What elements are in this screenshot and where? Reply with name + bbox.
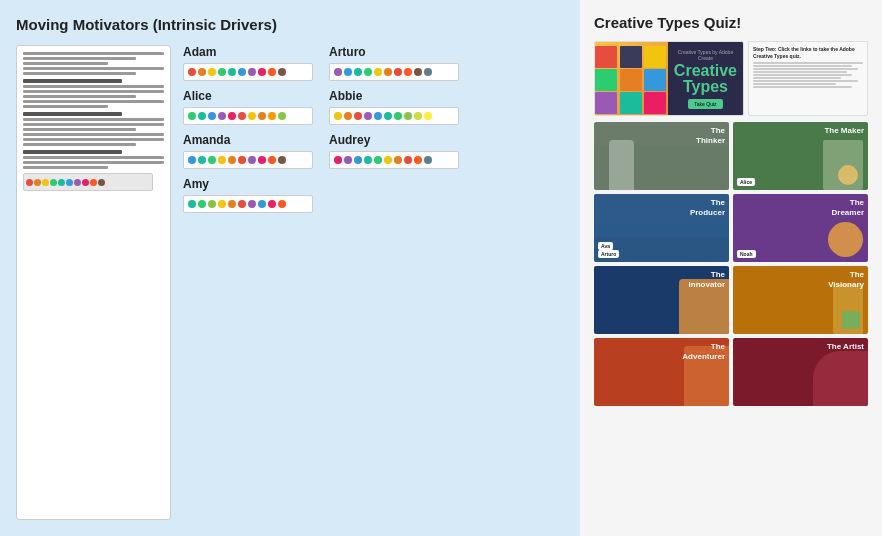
slide-visionary[interactable]: TheVisionary <box>733 266 868 334</box>
slides-container: Creative Types by Adobe Create CreativeT… <box>594 41 868 406</box>
slide-artist[interactable]: The Artist <box>733 338 868 406</box>
creative-byline: Creative Types by Adobe Create <box>674 49 737 61</box>
arturo-strip <box>329 63 459 81</box>
doc-thumbnail <box>16 45 171 520</box>
producer-label: TheProducer <box>690 198 725 217</box>
left-panel: Moving Motivators (Intrinsic Drivers) <box>0 0 580 536</box>
adam-label: Adam <box>183 45 313 59</box>
adventurer-label: TheAdventurer <box>682 342 725 361</box>
person-amy: Amy <box>183 177 313 213</box>
names-row-1: Adam Arturo <box>183 45 564 81</box>
slide-dreamer[interactable]: TheDreamer Noah <box>733 194 868 262</box>
dreamer-label: TheDreamer <box>832 198 864 217</box>
amanda-strip <box>183 151 313 169</box>
person-abbie: Abbie <box>329 89 459 125</box>
person-arturo: Arturo <box>329 45 459 81</box>
maker-label: The Maker <box>824 126 864 136</box>
slide-producer[interactable]: TheProducer Ava Arturo <box>594 194 729 262</box>
creative-big-text: CreativeTypes <box>674 63 737 95</box>
arturo-label: Arturo <box>329 45 459 59</box>
right-panel: Creative Types Quiz! <box>580 0 882 536</box>
abbie-label: Abbie <box>329 89 459 103</box>
visionary-label: TheVisionary <box>828 270 864 289</box>
slide-header[interactable]: Creative Types by Adobe Create CreativeT… <box>594 41 744 116</box>
arturo-badge: Arturo <box>598 250 619 258</box>
slide-adventurer[interactable]: TheAdventurer <box>594 338 729 406</box>
person-audrey: Audrey <box>329 133 459 169</box>
slide-maker[interactable]: The Maker Alice <box>733 122 868 190</box>
left-content: Adam Arturo <box>16 45 564 520</box>
abbie-strip <box>329 107 459 125</box>
take-quiz-button[interactable]: Take Quiz <box>688 99 722 109</box>
artist-label: The Artist <box>827 342 864 352</box>
noah-badge: Noah <box>737 250 756 258</box>
audrey-label: Audrey <box>329 133 459 147</box>
left-panel-title: Moving Motivators (Intrinsic Drivers) <box>16 16 564 33</box>
alice-label: Alice <box>183 89 313 103</box>
ava-badge: Ava <box>598 242 613 250</box>
slide-info: Step Two: Click the links to take the Ad… <box>748 41 868 116</box>
amanda-label: Amanda <box>183 133 313 147</box>
alice-badge: Alice <box>737 178 755 186</box>
person-adam: Adam <box>183 45 313 81</box>
right-panel-title: Creative Types Quiz! <box>594 14 868 31</box>
slide-thinker[interactable]: TheThinker <box>594 122 729 190</box>
person-alice: Alice <box>183 89 313 125</box>
adam-strip <box>183 63 313 81</box>
audrey-strip <box>329 151 459 169</box>
person-amanda: Amanda <box>183 133 313 169</box>
alice-strip <box>183 107 313 125</box>
thinker-label: TheThinker <box>696 126 725 145</box>
names-row-2: Alice Abbie <box>183 89 564 125</box>
names-grid: Adam Arturo <box>183 45 564 520</box>
amy-strip <box>183 195 313 213</box>
names-row-3: Amanda Audrey <box>183 133 564 169</box>
amy-label: Amy <box>183 177 313 191</box>
names-row-4: Amy <box>183 177 564 213</box>
slide-innovator[interactable]: TheInnovator <box>594 266 729 334</box>
innovator-label: TheInnovator <box>689 270 725 289</box>
